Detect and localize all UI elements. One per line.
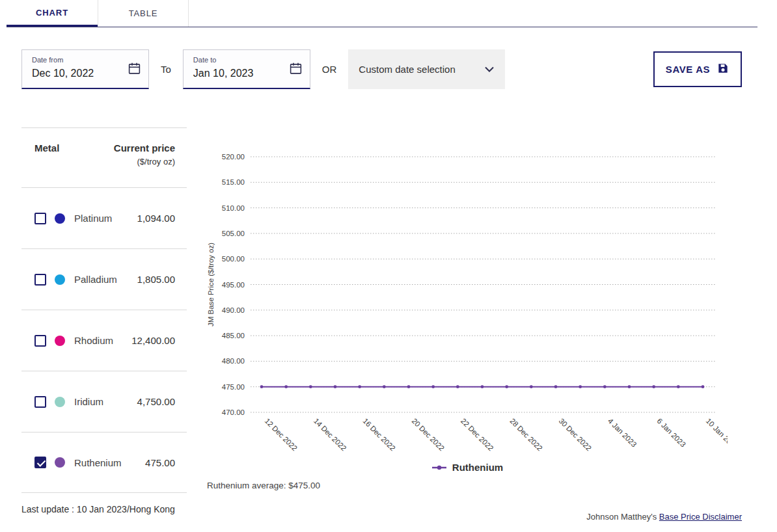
tab-chart[interactable]: CHART	[7, 0, 98, 27]
svg-text:JM Base Price ($/troy oz): JM Base Price ($/troy oz)	[207, 243, 215, 326]
metal-name: Iridium	[74, 396, 103, 407]
date-from-value[interactable]: Dec 10, 2022	[32, 68, 122, 79]
svg-text:4 Jan 2023: 4 Jan 2023	[607, 417, 638, 449]
svg-text:505.00: 505.00	[222, 230, 245, 237]
legend-label: Ruthenium	[452, 462, 503, 473]
average-note: Ruthenium average: $475.00	[207, 481, 728, 490]
palladium-color-dot	[55, 274, 65, 285]
svg-text:470.00: 470.00	[222, 408, 245, 416]
svg-text:22 Dec 2022: 22 Dec 2022	[459, 417, 495, 453]
chart-legend: Ruthenium	[207, 462, 728, 473]
metals-table-header: Metal Current price ($/troy oz)	[21, 128, 187, 187]
ruthenium-checkbox[interactable]	[34, 457, 46, 468]
metal-price: 4,750.00	[137, 396, 175, 407]
metal-name: Rhodium	[74, 335, 113, 346]
svg-text:475.00: 475.00	[222, 383, 245, 391]
metal-name: Ruthenium	[74, 457, 122, 468]
date-from-label: Date from	[32, 56, 122, 64]
or-label: OR	[322, 64, 337, 75]
footer-prefix: Johnson Matthey's	[586, 512, 657, 522]
save-as-button[interactable]: SAVE AS	[653, 51, 742, 87]
table-row-palladium: Palladium 1,805.00	[21, 248, 187, 310]
table-row-ruthenium: Ruthenium 475.00	[21, 432, 187, 493]
calendar-icon[interactable]	[128, 62, 141, 78]
svg-text:28 Dec 2022: 28 Dec 2022	[508, 417, 544, 453]
metal-name: Palladium	[74, 274, 117, 285]
tab-table[interactable]: TABLE	[98, 0, 189, 27]
metal-price: 1,094.00	[137, 213, 175, 224]
price-chart: 470.00475.00480.00485.00490.00495.00500.…	[207, 148, 728, 490]
save-as-label: SAVE AS	[666, 64, 710, 75]
metal-price: 1,805.00	[137, 274, 175, 285]
date-from-field[interactable]: Date from Dec 10, 2022	[21, 49, 149, 89]
tab-bar: CHART TABLE	[7, 0, 757, 27]
svg-text:16 Dec 2022: 16 Dec 2022	[361, 417, 397, 453]
custom-date-select[interactable]: Custom date selection	[348, 49, 505, 89]
custom-date-select-value: Custom date selection	[359, 64, 455, 75]
metals-panel: Metal Current price ($/troy oz) Platinum…	[21, 127, 187, 493]
svg-text:515.00: 515.00	[222, 178, 245, 186]
platinum-checkbox[interactable]	[34, 213, 46, 224]
rhodium-color-dot	[55, 336, 65, 346]
palladium-checkbox[interactable]	[34, 274, 46, 286]
metal-column-header: Metal	[34, 142, 59, 187]
filter-bar: Date from Dec 10, 2022 To Date to Jan 10…	[21, 49, 742, 89]
date-to-value[interactable]: Jan 10, 2023	[193, 68, 284, 79]
ruthenium-color-dot	[55, 457, 65, 468]
svg-text:10 Jan 2023: 10 Jan 2023	[705, 417, 728, 451]
svg-text:490.00: 490.00	[222, 306, 245, 314]
table-row-iridium: Iridium 4,750.00	[21, 371, 187, 432]
to-label: To	[161, 64, 171, 75]
last-update-text: Last update : 10 Jan 2023/Hong Kong	[21, 504, 175, 514]
svg-text:12 Dec 2022: 12 Dec 2022	[264, 417, 299, 453]
rhodium-checkbox[interactable]	[34, 335, 46, 347]
iridium-color-dot	[55, 397, 65, 407]
svg-text:480.00: 480.00	[222, 357, 245, 365]
save-icon	[716, 62, 729, 77]
svg-text:485.00: 485.00	[222, 332, 245, 339]
metal-price: 475.00	[145, 457, 175, 468]
svg-text:495.00: 495.00	[222, 281, 245, 289]
table-row-platinum: Platinum 1,094.00	[21, 187, 187, 248]
chart-canvas: 470.00475.00480.00485.00490.00495.00500.…	[207, 148, 728, 457]
iridium-checkbox[interactable]	[34, 396, 46, 408]
svg-text:520.00: 520.00	[222, 153, 245, 161]
table-row-rhodium: Rhodium 12,400.00	[21, 310, 187, 371]
chevron-down-icon	[484, 64, 495, 75]
svg-text:30 Dec 2022: 30 Dec 2022	[558, 417, 593, 453]
svg-text:20 Dec 2022: 20 Dec 2022	[411, 417, 446, 453]
metal-price: 12,400.00	[131, 335, 175, 346]
svg-text:510.00: 510.00	[222, 204, 245, 212]
platinum-color-dot	[55, 213, 65, 224]
metal-name: Platinum	[74, 213, 112, 224]
date-to-label: Date to	[193, 56, 284, 64]
footer-disclaimer: Johnson Matthey's Base Price Disclaimer	[586, 512, 742, 522]
price-column-unit: ($/troy oz)	[114, 157, 175, 166]
calendar-icon[interactable]	[289, 62, 303, 78]
svg-text:6 Jan 2023: 6 Jan 2023	[655, 417, 687, 449]
date-to-field[interactable]: Date to Jan 10, 2023	[183, 49, 310, 89]
legend-marker-icon	[431, 464, 447, 471]
svg-text:500.00: 500.00	[222, 255, 245, 263]
svg-text:14 Dec 2022: 14 Dec 2022	[312, 417, 348, 453]
base-price-disclaimer-link[interactable]: Base Price Disclaimer	[659, 512, 742, 522]
price-column-header: Current price	[114, 142, 175, 153]
